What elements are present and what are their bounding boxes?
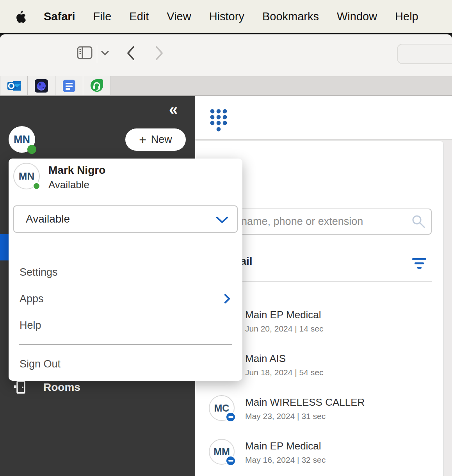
- menu-item-sign-out[interactable]: Sign Out: [9, 351, 242, 377]
- voicemail-meta: May 23, 2024 | 31 sec: [245, 412, 326, 421]
- voicemail-row[interactable]: MM Main EP Medical May 16, 2024 | 32 sec: [195, 439, 444, 475]
- menu-history[interactable]: History: [209, 10, 244, 23]
- blocked-badge-icon: [225, 455, 236, 466]
- menu-item-apps[interactable]: Apps: [9, 285, 242, 312]
- voicemail-meta: May 16, 2024 | 32 sec: [245, 455, 326, 465]
- filter-icon[interactable]: [412, 258, 426, 269]
- document-favicon: [62, 79, 76, 93]
- voicemail-meta: Jun 20, 2024 | 14 sec: [245, 324, 323, 333]
- menu-file[interactable]: File: [93, 10, 112, 23]
- sidebar-item-rooms[interactable]: Rooms: [13, 380, 80, 394]
- menu-window[interactable]: Window: [337, 10, 377, 23]
- voicemail-meta: Jun 18, 2024 | 54 sec: [245, 368, 323, 377]
- user-initials: MN: [14, 134, 30, 146]
- chevron-down-icon: [216, 216, 228, 224]
- address-bar[interactable]: [397, 44, 452, 64]
- sidebar-chevron-down-icon[interactable]: [101, 50, 109, 56]
- menu-divider: [19, 344, 232, 345]
- menu-bookmarks[interactable]: Bookmarks: [262, 10, 319, 23]
- planet-favicon: [34, 79, 48, 93]
- caller-name: Main AIS: [245, 353, 286, 365]
- collapse-sidebar-icon[interactable]: «: [169, 102, 178, 117]
- caller-initials: MC: [214, 403, 230, 414]
- caller-name: Main EP Medical: [245, 440, 321, 452]
- dialpad-icon[interactable]: [210, 109, 228, 132]
- door-icon: [13, 380, 26, 394]
- menu-help[interactable]: Help: [395, 10, 418, 23]
- profile-avatar: MN: [13, 163, 40, 189]
- screen: Safari File Edit View History Bookmarks …: [0, 0, 452, 476]
- search-icon: [411, 214, 426, 229]
- browser-toolbar: [0, 34, 452, 76]
- caller-name: Main EP Medical: [245, 309, 321, 321]
- profile-initials: MN: [19, 170, 34, 182]
- menu-item-label: Help: [20, 319, 41, 332]
- plus-icon: +: [139, 134, 146, 146]
- new-button[interactable]: + New: [125, 128, 186, 151]
- profile-presence: Available: [48, 179, 89, 191]
- caller-name: Main WIRELESS CALLER: [245, 396, 365, 408]
- menu-safari[interactable]: Safari: [44, 10, 75, 23]
- presence-dot: [27, 145, 36, 154]
- caller-avatar: MC: [209, 395, 235, 421]
- toolbar-separator: [97, 45, 97, 63]
- profile-name: Mark Nigro: [48, 164, 105, 176]
- menu-item-label: Apps: [20, 293, 44, 305]
- new-button-label: New: [151, 134, 172, 146]
- presence-dot: [32, 182, 41, 190]
- back-button[interactable]: [126, 45, 135, 61]
- content-topbar: [195, 96, 452, 140]
- user-avatar[interactable]: MN: [9, 126, 35, 153]
- tab-dark-app[interactable]: [28, 76, 55, 95]
- profile-dropdown: MN Mark Nigro Available Available Settin…: [9, 159, 242, 381]
- tab-strip: [0, 76, 452, 96]
- apple-menu-icon[interactable]: [15, 10, 27, 23]
- menu-view[interactable]: View: [167, 10, 191, 23]
- tab-support[interactable]: [83, 76, 111, 95]
- voicemail-row[interactable]: MC Main WIRELESS CALLER May 23, 2024 | 3…: [195, 395, 444, 431]
- blocked-badge-icon: [225, 412, 236, 423]
- status-selector-value: Available: [26, 213, 70, 225]
- status-selector[interactable]: Available: [13, 205, 238, 233]
- tab-docs[interactable]: [55, 76, 83, 95]
- menu-divider: [19, 252, 232, 252]
- menu-item-help[interactable]: Help: [9, 312, 242, 339]
- chevron-right-icon: [224, 293, 231, 304]
- scroll-gutter: [444, 141, 452, 476]
- macos-menubar: Safari File Edit View History Bookmarks …: [0, 0, 452, 33]
- rooms-label: Rooms: [43, 381, 80, 394]
- menu-item-label: Settings: [20, 266, 58, 278]
- sidebar-toggle-icon[interactable]: [77, 46, 93, 59]
- menu-edit[interactable]: Edit: [129, 10, 149, 23]
- headset-favicon: [89, 78, 104, 93]
- menu-item-settings[interactable]: Settings: [9, 259, 242, 285]
- caller-avatar: MM: [209, 439, 235, 465]
- menu-item-label: Sign Out: [20, 358, 61, 370]
- outlook-favicon: [7, 79, 21, 93]
- forward-button[interactable]: [155, 45, 164, 61]
- tab-outlook[interactable]: [0, 76, 28, 95]
